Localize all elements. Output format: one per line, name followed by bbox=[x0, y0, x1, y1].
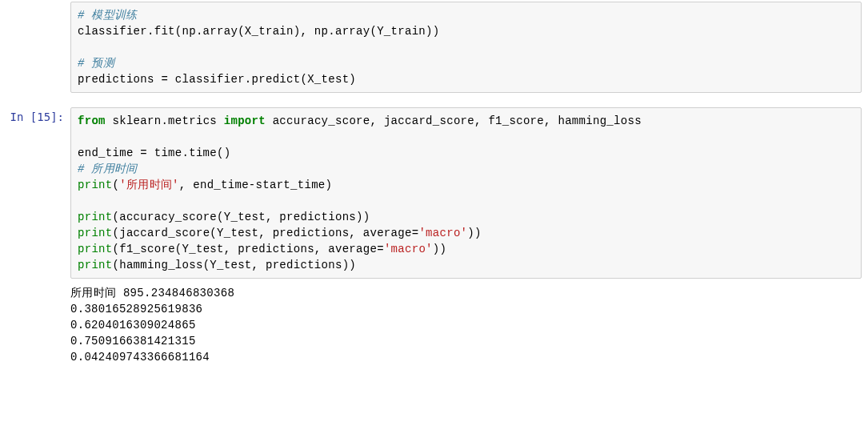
jupyter-notebook: # 模型训练 classifier.fit(np.array(X_train),… bbox=[0, 0, 868, 370]
output-area: 所用时间 895.234846830368 0.3801652892561983… bbox=[70, 280, 868, 370]
code-content: # 模型训练 classifier.fit(np.array(X_train),… bbox=[78, 7, 854, 87]
code-content: from sklearn.metrics import accuracy_sco… bbox=[78, 113, 854, 273]
output-prompt bbox=[0, 280, 70, 370]
code-input-area[interactable]: # 模型训练 classifier.fit(np.array(X_train),… bbox=[70, 2, 862, 93]
notebook-cell: In [15]: from sklearn.metrics import acc… bbox=[0, 106, 868, 280]
cell-body: from sklearn.metrics import accuracy_sco… bbox=[70, 106, 868, 280]
notebook-output-row: 所用时间 895.234846830368 0.3801652892561983… bbox=[0, 280, 868, 370]
cell-body: # 模型训练 classifier.fit(np.array(X_train),… bbox=[70, 0, 868, 94]
cell-prompt bbox=[0, 0, 70, 94]
output-text: 所用时间 895.234846830368 0.3801652892561983… bbox=[70, 285, 862, 365]
code-input-area[interactable]: from sklearn.metrics import accuracy_sco… bbox=[70, 107, 862, 279]
cell-prompt: In [15]: bbox=[0, 106, 70, 280]
notebook-cell: # 模型训练 classifier.fit(np.array(X_train),… bbox=[0, 0, 868, 94]
cell-body: 所用时间 895.234846830368 0.3801652892561983… bbox=[70, 280, 868, 370]
